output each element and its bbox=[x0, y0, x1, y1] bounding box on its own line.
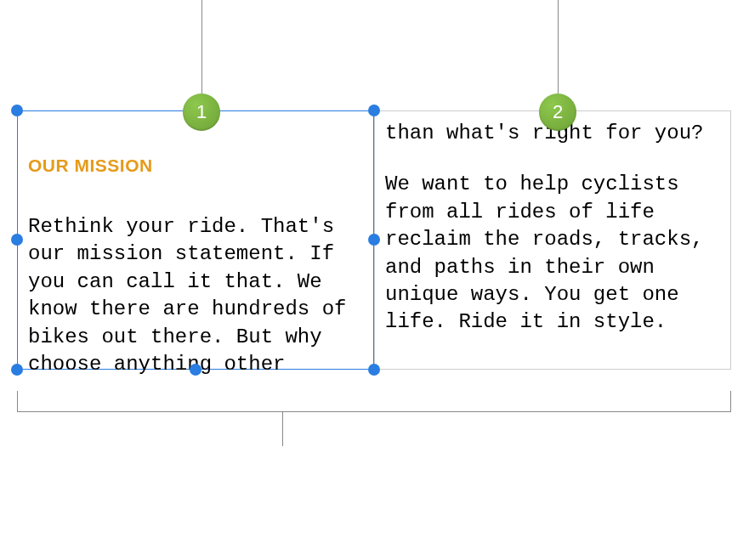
resize-handle-middle-right[interactable] bbox=[368, 234, 380, 246]
text-box-2-linked[interactable]: than what's right for you? We want to he… bbox=[374, 110, 731, 370]
resize-handle-middle-left[interactable] bbox=[11, 234, 23, 246]
resize-handle-bottom-left[interactable] bbox=[11, 364, 23, 376]
continued-text-para: We want to help cyclists from all rides … bbox=[385, 171, 720, 336]
callout-badge-2: 2 bbox=[539, 93, 576, 131]
mission-heading: OUR MISSION bbox=[28, 156, 373, 176]
callout-line-1 bbox=[201, 0, 202, 93]
span-bracket-stem bbox=[282, 412, 283, 446]
resize-handle-top-right[interactable] bbox=[368, 105, 380, 116]
text-box-1-selected[interactable]: OUR MISSION Rethink your ride. That's ou… bbox=[17, 110, 374, 370]
resize-handle-bottom-middle[interactable] bbox=[190, 364, 201, 376]
resize-handle-bottom-right[interactable] bbox=[368, 364, 380, 376]
callout-line-2 bbox=[558, 0, 559, 93]
callout-badge-1: 1 bbox=[183, 93, 220, 131]
mission-body-text: Rethink your ride. That's our mission st… bbox=[28, 213, 363, 378]
resize-handle-top-left[interactable] bbox=[11, 105, 23, 116]
span-bracket bbox=[17, 391, 731, 412]
